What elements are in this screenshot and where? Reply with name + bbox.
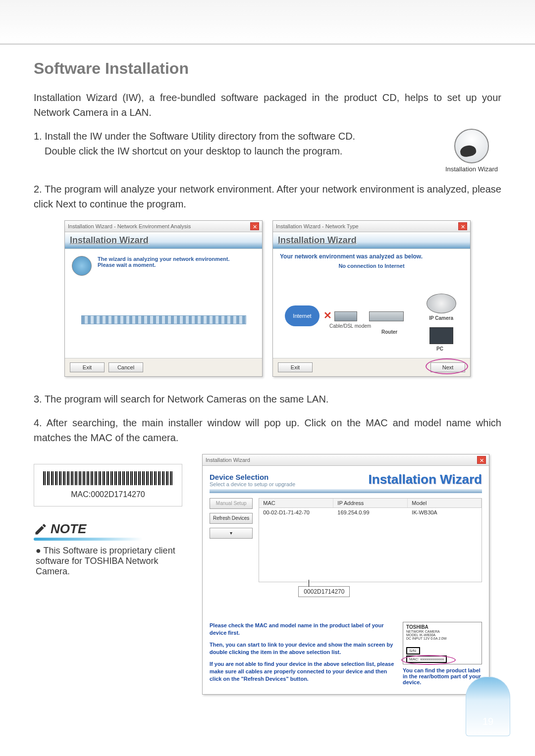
iw-icon-label: Installation Wizard [442, 165, 501, 173]
manual-setup-button[interactable]: Manual Setup [210, 498, 253, 509]
step-1-line2: Double click the IW shortcut on your des… [34, 144, 432, 158]
router-icon [369, 311, 404, 321]
cell-ip: 169.254.0.99 [333, 508, 408, 517]
disconnect-x-icon: ✕ [323, 309, 332, 321]
shot3-body: Device Selection Select a device to setu… [203, 466, 489, 694]
env-analyzed-text: Your network environment was analyzed as… [280, 253, 463, 260]
left-column: MAC:0002D1714270 NOTE ● This Software is… [34, 454, 192, 577]
shot2-footer: Exit Next [273, 358, 470, 376]
note-bullet: ● This Software is proprietary client so… [34, 546, 192, 577]
table-header: MAC IP Address Model [259, 499, 482, 508]
page-title: Software Installation [34, 59, 501, 78]
step-3-text: 3. The program will search for Network C… [34, 392, 501, 406]
shot1-footer: Exit Cancel [65, 358, 262, 376]
label-sn: S/N: [406, 647, 420, 655]
lower-group: MAC:0002D1714270 NOTE ● This Software is… [34, 454, 501, 695]
modem-icon [334, 311, 357, 321]
page-number-chip: 19 [466, 677, 510, 736]
shot1-header: Installation Wizard [65, 232, 262, 249]
analyzing-row: The wizard is analyzing your network env… [72, 256, 255, 276]
label-model2: MODEL IK-WB30A [406, 633, 479, 637]
shot2-header: Installation Wizard [273, 232, 470, 249]
step-1-line1: 1. Install the IW under the Software Uti… [34, 129, 432, 144]
shot1-title: Installation Wizard - Network Environmen… [68, 223, 191, 229]
note-block: NOTE ● This Software is proprietary clie… [34, 521, 192, 577]
th-mac: MAC [259, 499, 333, 507]
step-1-text: 1. Install the IW under the Software Uti… [34, 129, 432, 158]
label-hint: You can find the product label in the re… [403, 667, 482, 685]
internet-cloud-icon: Internet [285, 305, 320, 326]
device-area: Manual Setup Refresh Devices ▾ MAC IP Ad… [210, 498, 482, 597]
label-dc: DC INPUT 12V 0.6A 2.0W [406, 637, 479, 640]
pc-icon [429, 327, 453, 344]
shot1-msg2: Please wait a moment. [98, 262, 230, 268]
exit-button[interactable]: Exit [278, 362, 313, 372]
ds-brand: Installation Wizard [369, 472, 482, 487]
step-4-text: 4. After searching, the main installer w… [34, 415, 501, 445]
info-p3: If you are not able to find your device … [210, 660, 396, 683]
refresh-devices-button[interactable]: Refresh Devices [210, 513, 253, 524]
screenshot-device-selection: Installation Wizard ✕ Device Selection S… [202, 454, 489, 695]
note-heading: NOTE [34, 521, 192, 537]
device-table-wrap: MAC IP Address Model 00-02-D1-71-42-70 1… [259, 498, 482, 597]
page-content: Software Installation Installation Wizar… [0, 59, 535, 695]
note-label: NOTE [51, 521, 86, 537]
router-label: Router [381, 329, 397, 335]
product-label-card: TOSHIBA NETWORK CAMERA MODEL IK-WB30A DC… [403, 622, 482, 664]
shot2-titlebar: Installation Wizard - Network Type ✕ [273, 221, 470, 232]
shot3-titlebar: Installation Wizard ✕ [203, 454, 489, 466]
device-buttons: Manual Setup Refresh Devices ▾ [210, 498, 253, 597]
ds-subtitle: Select a device to setup or upgrade [210, 481, 295, 487]
info-p1: Please check the MAC and model name in t… [210, 622, 396, 637]
exit-button[interactable]: Exit [70, 362, 105, 372]
ip-camera-label: IP Camera [429, 315, 453, 321]
shot1-titlebar: Installation Wizard - Network Environmen… [65, 221, 262, 232]
ip-camera-icon [427, 294, 456, 313]
cell-mac: 00-02-D1-71-42-70 [259, 508, 333, 517]
network-diagram: Internet ✕ Cable/DSL modem Router IP Cam… [280, 276, 463, 350]
progress-bar [81, 315, 246, 324]
screenshot-network-type: Installation Wizard - Network Type ✕ Ins… [272, 220, 471, 377]
shot3-title: Installation Wizard [206, 457, 250, 463]
info-p2: Then, you can start to link to your devi… [210, 641, 396, 656]
close-icon[interactable]: ✕ [458, 222, 467, 230]
cancel-button[interactable]: Cancel [108, 362, 143, 372]
ds-title: Device Selection [210, 473, 295, 481]
highlight-ellipse-icon [426, 358, 468, 374]
mac-text: MAC:0002D1714270 [43, 490, 173, 499]
th-ip: IP Address [333, 499, 408, 507]
info-right: TOSHIBA NETWORK CAMERA MODEL IK-WB30A DC… [403, 622, 482, 687]
screenshot-pair: Installation Wizard - Network Environmen… [34, 220, 501, 377]
close-icon[interactable]: ✕ [477, 456, 486, 464]
pencil-icon [34, 522, 48, 536]
device-table[interactable]: MAC IP Address Model 00-02-D1-71-42-70 1… [259, 498, 482, 582]
page-top-border [0, 0, 535, 45]
modem-label: Cable/DSL modem [329, 323, 371, 329]
spinner-icon [72, 256, 92, 276]
installation-wizard-icon [454, 129, 489, 163]
no-connection-text: No connection to Internet [280, 263, 463, 269]
cell-model: IK-WB30A [408, 508, 482, 517]
th-model: Model [408, 499, 482, 507]
device-selection-header: Device Selection Select a device to setu… [210, 472, 482, 487]
iw-desktop-icon: Installation Wizard [442, 129, 501, 173]
table-row[interactable]: 00-02-D1-71-42-70 169.254.0.99 IK-WB30A [259, 508, 482, 517]
shot1-msg1: The wizard is analyzing your network env… [98, 256, 230, 262]
shot2-title: Installation Wizard - Network Type [276, 223, 359, 229]
ds-left: Device Selection Select a device to setu… [210, 473, 295, 487]
close-icon[interactable]: ✕ [250, 222, 259, 230]
shot2-body: Your network environment was analyzed as… [273, 249, 470, 358]
bottom-info: Please check the MAC and model name in t… [210, 622, 482, 687]
shot1-body: The wizard is analyzing your network env… [65, 249, 262, 358]
mac-callout: 0002D1714270 [298, 586, 350, 597]
step-1: 1. Install the IW under the Software Uti… [34, 129, 501, 173]
label-brand: TOSHIBA [406, 624, 479, 630]
step-2-text: 2. The program will analyze your network… [34, 182, 501, 211]
mac-barcode-card: MAC:0002D1714270 [34, 464, 182, 506]
intro-paragraph: Installation Wizard (IW), a free-bundled… [34, 90, 501, 120]
expand-button[interactable]: ▾ [210, 528, 253, 539]
label-model: NETWORK CAMERA [406, 630, 479, 633]
note-underline [34, 538, 143, 541]
barcode-icon [43, 471, 173, 485]
next-button-highlighted: Next [430, 362, 465, 372]
